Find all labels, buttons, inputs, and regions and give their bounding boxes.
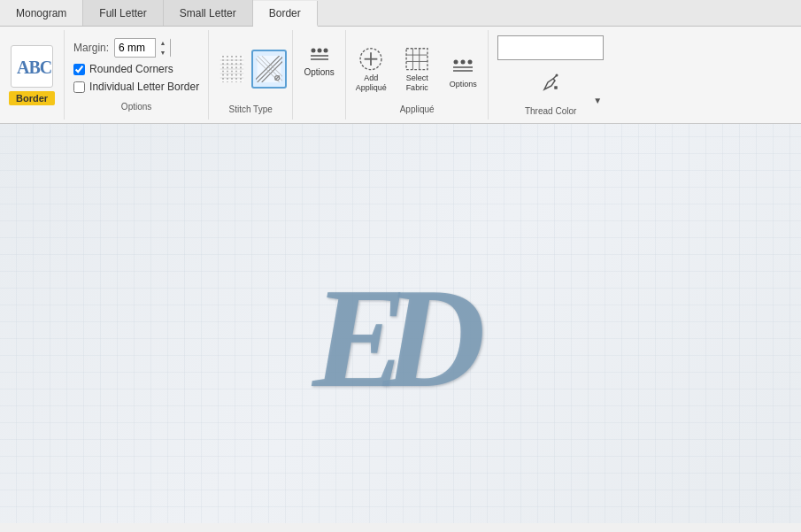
add-applique-button[interactable]: AddAppliqué (350, 45, 392, 94)
color-swatch[interactable] (497, 35, 604, 60)
stitch-btn-2[interactable] (251, 50, 287, 89)
individual-letter-checkbox[interactable] (73, 81, 85, 93)
applique-label: Appliqué (350, 104, 484, 116)
tab-border[interactable]: Border (253, 1, 318, 27)
thread-color-controls (497, 35, 604, 94)
canvas-area[interactable]: E D (0, 124, 801, 523)
stitch-type-label: Stitch Type (214, 104, 287, 116)
thread-icon-row (540, 73, 561, 94)
margin-label: Margin: (73, 42, 109, 54)
stitch-btn-1[interactable] (214, 50, 250, 89)
applique-buttons: AddAppliqué SelectFabric (350, 34, 484, 104)
margin-input-wrap[interactable]: ▲ ▼ (114, 38, 171, 58)
margin-spin-down[interactable]: ▼ (156, 48, 170, 58)
abc-icon: ABC (11, 45, 53, 88)
svg-marker-45 (544, 79, 555, 89)
applique-section: AddAppliqué SelectFabric (346, 30, 489, 120)
add-applique-label: AddAppliqué (356, 73, 387, 93)
thread-color-section: ▼ Thread Color (489, 30, 612, 120)
options-section: Margin: ▲ ▼ Rounded Corners Individual L… (65, 30, 209, 120)
svg-point-47 (556, 74, 558, 77)
ribbon: ABC Border Margin: ▲ ▼ Rounded Corners (0, 27, 801, 124)
options-label: Options (73, 102, 199, 112)
monogram-display: E D (259, 235, 543, 412)
thread-color-label: Thread Color (525, 106, 576, 118)
margin-input[interactable] (115, 42, 155, 54)
tab-monogram[interactable]: Monogram (0, 0, 83, 26)
individual-letter-row: Individual Letter Border (73, 81, 199, 93)
rounded-corners-checkbox[interactable] (73, 64, 85, 75)
options-btn-section: Options (293, 30, 346, 120)
applique-options-label: Options (450, 80, 477, 89)
options-btn-label: Options (304, 67, 334, 77)
thread-color-picker-icon[interactable] (540, 73, 561, 94)
svg-point-23 (311, 48, 315, 52)
svg-text:ABC: ABC (17, 58, 51, 77)
svg-text:D: D (381, 259, 486, 412)
rounded-corners-row: Rounded Corners (73, 63, 199, 75)
margin-spin-up[interactable]: ▲ (156, 38, 170, 48)
select-fabric-button[interactable]: SelectFabric (396, 45, 438, 94)
individual-letter-label: Individual Letter Border (89, 81, 199, 93)
margin-spin-buttons[interactable]: ▲ ▼ (155, 38, 170, 58)
tab-full-letter[interactable]: Full Letter (83, 0, 163, 26)
svg-point-40 (461, 59, 466, 64)
applique-options-button[interactable]: Options (442, 45, 484, 94)
select-fabric-label: SelectFabric (406, 73, 428, 93)
svg-rect-33 (406, 48, 427, 69)
svg-point-41 (468, 59, 473, 64)
border-badge: Border (9, 91, 55, 105)
abc-border-section: ABC Border (0, 30, 65, 120)
svg-rect-32 (404, 46, 429, 72)
svg-point-25 (323, 48, 327, 52)
tab-small-letter[interactable]: Small Letter (164, 0, 253, 26)
options-button[interactable]: Options (300, 34, 339, 82)
stitch-buttons (214, 34, 287, 104)
rounded-corners-label: Rounded Corners (89, 63, 173, 75)
svg-point-24 (317, 48, 321, 52)
svg-point-39 (454, 59, 458, 64)
tab-bar: Monogram Full Letter Small Letter Border (0, 0, 801, 27)
thread-color-dropdown[interactable]: ▼ (591, 94, 604, 106)
stitch-type-section: Stitch Type (209, 30, 293, 120)
margin-row: Margin: ▲ ▼ (73, 38, 199, 58)
